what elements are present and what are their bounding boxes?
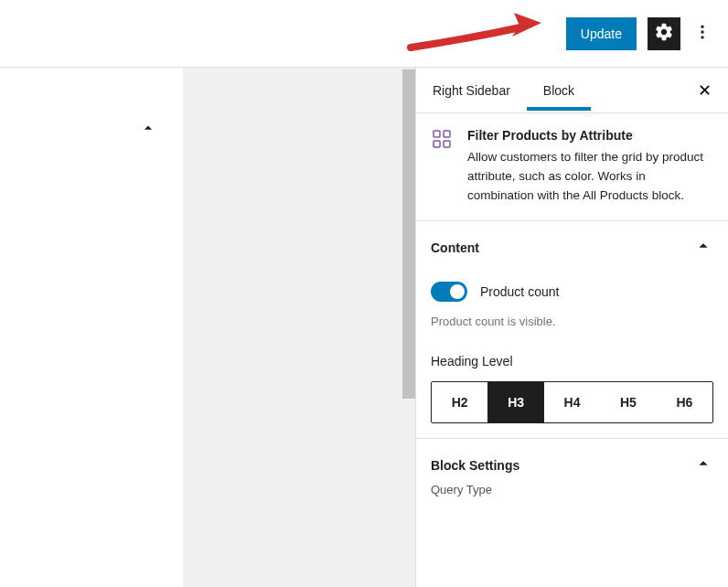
settings-button[interactable] — [648, 17, 680, 50]
heading-h3-button[interactable]: H3 — [487, 382, 543, 422]
right-sidebar-panel: Right Sidebar Block ✕ Filter Products by… — [415, 68, 728, 587]
close-icon: ✕ — [698, 81, 712, 100]
vertical-dots-icon — [693, 23, 712, 44]
svg-point-0 — [701, 26, 703, 28]
chevron-up-icon — [693, 236, 713, 260]
gear-icon — [654, 22, 674, 46]
close-sidebar-button[interactable]: ✕ — [681, 80, 728, 101]
more-options-button[interactable] — [691, 17, 713, 50]
tab-block[interactable]: Block — [527, 70, 591, 111]
heading-h4-button[interactable]: H4 — [544, 382, 600, 422]
canvas-scrollbar[interactable] — [402, 68, 415, 587]
section-toggle-content[interactable]: Content — [431, 236, 713, 260]
product-count-toggle[interactable] — [431, 282, 467, 302]
chevron-up-icon — [139, 124, 157, 140]
product-count-help: Product count is visible. — [431, 315, 713, 328]
scrollbar-thumb[interactable] — [402, 69, 415, 399]
svg-rect-6 — [434, 141, 440, 147]
svg-rect-4 — [434, 131, 440, 137]
svg-rect-7 — [444, 141, 450, 147]
heading-level-group: H2 H3 H4 H5 H6 — [431, 381, 713, 423]
section-toggle-block-settings[interactable]: Block Settings — [431, 454, 713, 477]
heading-h6-button[interactable]: H6 — [657, 382, 712, 422]
update-button[interactable]: Update — [566, 17, 637, 50]
block-title: Filter Products by Attribute — [467, 128, 713, 143]
editor-canvas[interactable] — [0, 68, 183, 587]
block-description: Allow customers to filter the grid by pr… — [467, 148, 713, 206]
heading-level-label: Heading Level — [431, 354, 713, 368]
product-count-label: Product count — [480, 284, 559, 299]
section-title-content: Content — [431, 240, 479, 255]
heading-h5-button[interactable]: H5 — [600, 382, 656, 422]
query-type-label: Query Type — [431, 483, 713, 496]
svg-point-1 — [701, 30, 703, 33]
filter-attribute-icon — [431, 128, 453, 150]
editor-canvas-area — [0, 68, 402, 587]
heading-h2-button[interactable]: H2 — [432, 382, 487, 422]
section-title-block-settings: Block Settings — [431, 458, 519, 473]
tab-right-sidebar[interactable]: Right Sidebar — [416, 70, 527, 111]
collapse-toggle[interactable] — [139, 119, 157, 141]
svg-rect-5 — [444, 131, 450, 137]
toggle-knob — [450, 284, 465, 299]
svg-point-2 — [701, 36, 703, 38]
chevron-up-icon — [693, 454, 713, 477]
